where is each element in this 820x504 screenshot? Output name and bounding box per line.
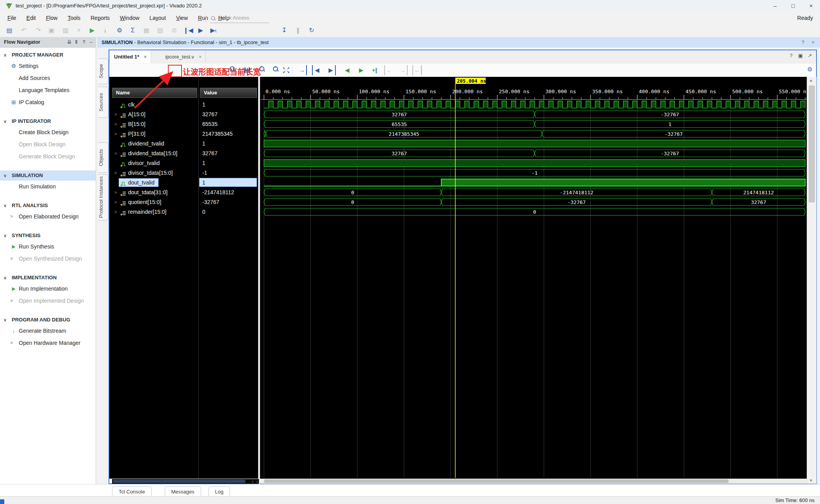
- maximize-panel-icon[interactable]: ↗: [805, 51, 815, 60]
- menu-view[interactable]: View: [171, 12, 193, 24]
- wave-hscrollbar[interactable]: [261, 479, 807, 484]
- sim-run-for-icon[interactable]: ▶ₜ: [208, 25, 219, 35]
- signal-row-B-15-0-[interactable]: >B[15:0]65535: [109, 119, 259, 129]
- next-transition-icon[interactable]: ▶: [355, 65, 367, 75]
- paste-icon[interactable]: ▥: [60, 25, 71, 35]
- copy-icon[interactable]: ▣: [46, 25, 57, 35]
- elaborate-disabled-icon[interactable]: ▦: [141, 25, 152, 35]
- zoom-fit-icon[interactable]: ↖↗↙↘: [280, 65, 292, 75]
- bottom-tab-tcl-console[interactable]: Tcl Console: [112, 486, 152, 497]
- expand-icon[interactable]: >: [114, 188, 117, 197]
- doc-tab-ipcore_testv[interactable]: ipcore_test.v×: [161, 50, 206, 63]
- side-tab-protocol-instances[interactable]: Protocol Instances: [98, 174, 109, 220]
- swap-cursor-icon[interactable]: ↔: [412, 65, 422, 75]
- open-project-icon[interactable]: ▤: [4, 25, 15, 35]
- signal-row-quotient-15-0-[interactable]: >quotient[15:0]-32767: [109, 197, 259, 207]
- signal-row-divisor_tvalid[interactable]: divisor_tvalid1: [109, 158, 259, 168]
- flow-section-project-manager[interactable]: ∨PROJECT MANAGER: [0, 50, 96, 60]
- wave-vscrollbar[interactable]: ▴ ▾: [807, 77, 816, 484]
- signal-row-dout_tdata-31-0-[interactable]: >dout_tdata[31:0]-2147418112: [109, 188, 259, 197]
- flow-item-run-implementation[interactable]: ▶Run Implementation: [0, 284, 96, 294]
- sim-run-all-icon[interactable]: ▶: [195, 25, 206, 35]
- flow-item-open-synthesized-design[interactable]: >Open Synthesized Design: [0, 254, 96, 264]
- flow-item-settings[interactable]: ⚙Settings: [0, 61, 96, 71]
- flow-section-rtl-analysis[interactable]: ∨RTL ANALYSIS: [0, 201, 96, 211]
- expand-icon[interactable]: >: [114, 119, 117, 129]
- scroll-left-icon[interactable]: ‹: [252, 479, 253, 484]
- expand-icon[interactable]: ⇕: [74, 37, 78, 47]
- flow-item-open-hardware-manager[interactable]: >Open Hardware Manager: [0, 338, 96, 348]
- signal-row-divisor_tdata-15-0-[interactable]: >divisor_tdata[15:0]-1: [109, 168, 259, 177]
- menu-layout[interactable]: Layout: [144, 12, 171, 24]
- flow-section-program-and-debug[interactable]: ∨PROGRAM AND DEBUG: [0, 315, 96, 325]
- zoom-in-icon[interactable]: +: [256, 65, 268, 75]
- synthesize-disabled-icon[interactable]: ▧: [155, 25, 166, 35]
- report-sigma-icon[interactable]: Σ: [127, 25, 138, 35]
- menu-edit[interactable]: Edit: [21, 12, 41, 24]
- flow-item-run-synthesis[interactable]: ▶Run Synthesis: [0, 241, 96, 252]
- flow-item-create-block-design[interactable]: Create Block Design: [0, 127, 96, 137]
- scrollbar-thumb[interactable]: [264, 479, 729, 483]
- go-to-last-transition-icon[interactable]: ←: [384, 65, 394, 75]
- save-waveform-icon[interactable]: [241, 65, 253, 75]
- bottom-tab-log[interactable]: Log: [209, 486, 230, 497]
- close-tab-icon[interactable]: ×: [139, 54, 147, 60]
- flow-item-open-elaborated-design[interactable]: >Open Elaborated Design: [0, 211, 96, 222]
- go-to-first-transition-icon[interactable]: →: [398, 65, 408, 75]
- scroll-up-icon[interactable]: ▴: [810, 78, 812, 83]
- name-column-header[interactable]: Name: [112, 88, 197, 98]
- scrollbar-thumb[interactable]: [113, 480, 246, 483]
- sim-pause-icon[interactable]: ∥: [292, 25, 303, 35]
- close-tab-icon[interactable]: ×: [194, 54, 202, 60]
- scroll-down-icon[interactable]: ▾: [810, 478, 812, 483]
- flow-item-run-simulation[interactable]: Run Simulation: [0, 181, 96, 192]
- redo-icon[interactable]: ↷: [33, 25, 44, 35]
- flow-item-open-implemented-design[interactable]: >Open Implemented Design: [0, 296, 96, 306]
- menu-tools[interactable]: Tools: [62, 12, 86, 24]
- expand-icon[interactable]: >: [114, 129, 117, 138]
- expand-icon[interactable]: >: [114, 207, 117, 217]
- side-tab-sources[interactable]: Sources: [98, 87, 109, 118]
- signal-row-A-15-0-[interactable]: >A[15:0]32767: [109, 110, 259, 119]
- run-flow-icon[interactable]: ▶: [87, 25, 98, 35]
- expand-icon[interactable]: >: [114, 110, 117, 119]
- help-icon[interactable]: ?: [786, 51, 796, 60]
- delete-icon[interactable]: ×: [73, 25, 84, 35]
- search-icon[interactable]: [226, 65, 238, 75]
- flow-item-generate-block-design[interactable]: Generate Block Design: [0, 151, 96, 161]
- implement-disabled-icon[interactable]: ⊘: [169, 25, 180, 35]
- quick-access-search[interactable]: Quick Access: [210, 14, 269, 23]
- doc-tab-Untitled1[interactable]: Untitled 1*×: [110, 50, 151, 63]
- signal-row-dividend_tdata-15-0-[interactable]: >dividend_tdata[15:0]32767: [109, 149, 259, 158]
- flow-section-simulation[interactable]: ∨SIMULATION: [0, 170, 96, 181]
- scrollbar-thumb[interactable]: [809, 85, 815, 202]
- menu-reports[interactable]: Reports: [86, 12, 115, 24]
- name-panel-hscrollbar[interactable]: ‹ ›: [112, 479, 259, 484]
- help-icon[interactable]: ?: [82, 37, 86, 47]
- scroll-right-icon[interactable]: ›: [256, 479, 258, 484]
- value-column-header[interactable]: Value: [200, 88, 257, 98]
- signal-row-clk[interactable]: clk1: [109, 100, 259, 109]
- close-panel-icon[interactable]: ×: [811, 37, 815, 48]
- flow-item-add-sources[interactable]: Add Sources: [0, 73, 96, 83]
- wave-settings-gear-icon[interactable]: ⚙: [805, 65, 815, 74]
- bottom-tab-messages[interactable]: Messages: [165, 486, 201, 497]
- zoom-out-icon[interactable]: −: [270, 65, 282, 75]
- add-marker-icon[interactable]: +|: [369, 65, 380, 75]
- maximize-button[interactable]: □: [784, 0, 802, 12]
- undo-icon[interactable]: ↶: [18, 25, 29, 35]
- menu-file[interactable]: File: [2, 12, 21, 24]
- menu-flow[interactable]: Flow: [41, 12, 63, 24]
- flow-section-implementation[interactable]: ∨IMPLEMENTATION: [0, 273, 96, 283]
- minimize-panel-icon[interactable]: –: [90, 37, 93, 47]
- sim-step-icon[interactable]: ↧: [279, 25, 290, 35]
- menu-window[interactable]: Window: [115, 12, 144, 24]
- sim-relaunch-icon[interactable]: ↻: [306, 25, 317, 35]
- flow-item-generate-bitstream[interactable]: ↓Generate Bitstream: [0, 326, 96, 336]
- help-icon[interactable]: ?: [802, 37, 804, 48]
- side-tab-scope[interactable]: Scope: [98, 59, 109, 84]
- goto-time-end-icon[interactable]: ▶: [326, 65, 336, 75]
- settings-gear-icon[interactable]: ⚙: [114, 25, 125, 35]
- flow-section-synthesis[interactable]: ∨SYNTHESIS: [0, 231, 96, 241]
- expand-icon[interactable]: >: [114, 197, 117, 207]
